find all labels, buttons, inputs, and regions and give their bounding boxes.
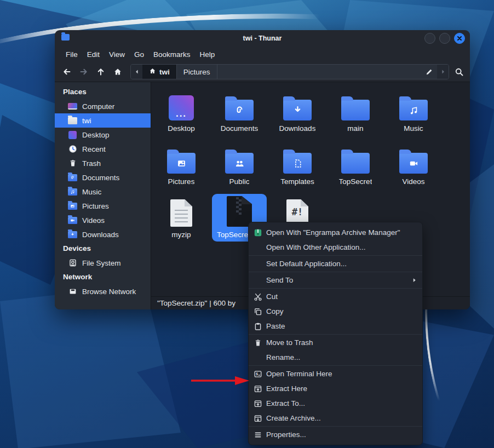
maximize-button[interactable] [439, 33, 450, 44]
menu-separator [249, 288, 422, 289]
extract-icon [253, 399, 262, 408]
path-segment-pictures[interactable]: Pictures [177, 65, 217, 79]
home-icon [149, 67, 156, 76]
menu-bookmarks[interactable]: Bookmarks [153, 50, 191, 59]
file-topsecret[interactable]: TopSecret [326, 141, 384, 194]
folder-icon [341, 88, 370, 120]
file-label: Public [229, 177, 250, 186]
desktop-icon [169, 88, 194, 120]
sidebar-section-network: Network [55, 270, 151, 284]
file-pictures[interactable]: Pictures [152, 141, 210, 194]
svg-text:$: $ [256, 371, 258, 376]
sidebar-item-desktop[interactable]: Desktop [55, 128, 151, 142]
menu-help[interactable]: Help [200, 50, 215, 59]
file-label: Templates [280, 177, 314, 186]
menu-item-copy[interactable]: Copy [249, 304, 422, 319]
copy-icon [253, 307, 262, 316]
menu-item-properties[interactable]: Properties... [249, 427, 422, 442]
sidebar-item-twi[interactable]: twi [55, 113, 151, 128]
folder-public-icon [225, 141, 254, 174]
folder-music-icon [399, 88, 428, 120]
annotation-arrow [189, 375, 250, 388]
network-icon [68, 287, 77, 296]
menu-item-send-to[interactable]: Send To [249, 273, 422, 288]
desktop-mini-icon [68, 130, 77, 140]
no-icon [253, 353, 262, 362]
menu-separator [249, 272, 422, 272]
clock-icon [68, 145, 77, 154]
no-icon [253, 259, 262, 268]
file-documents[interactable]: Documents [210, 88, 268, 141]
folder-templates-icon [283, 141, 312, 174]
up-button[interactable] [93, 64, 108, 79]
menubar: FileEditViewGoBookmarksHelp [55, 47, 470, 62]
path-scroll-left-button[interactable] [131, 65, 142, 79]
toolbar: twiPictures [55, 62, 470, 82]
sidebar-item-pictures[interactable]: Pictures [55, 199, 151, 213]
paste-icon [253, 321, 262, 331]
trash-icon [68, 159, 77, 168]
file-label: Pictures [168, 177, 195, 186]
home-button[interactable] [110, 64, 125, 79]
file-myzip[interactable]: myzip [152, 194, 210, 247]
menu-separator [249, 426, 422, 427]
file-main[interactable]: main [326, 88, 384, 141]
sidebar-item-downloads[interactable]: Downloads [55, 227, 151, 242]
minimize-button[interactable] [424, 33, 435, 44]
search-button[interactable] [451, 64, 467, 79]
file-templates[interactable]: Templates [268, 141, 326, 194]
menu-item-cut[interactable]: Cut [249, 289, 422, 304]
menu-go[interactable]: Go [134, 50, 144, 59]
path-bar: twiPictures [130, 64, 449, 79]
file-videos[interactable]: Videos [384, 141, 443, 194]
menu-file[interactable]: File [66, 50, 78, 59]
folder-downloads-icon [68, 230, 77, 239]
menu-item-open-with-engrampa-archive-manager[interactable]: Open With "Engrampa Archive Manager" [249, 225, 422, 240]
file-desktop[interactable]: Desktop [152, 88, 210, 141]
file-downloads[interactable]: Downloads [268, 88, 326, 141]
terminal-icon: $ [253, 369, 262, 378]
folder-videos-icon [399, 141, 428, 174]
sidebar-section-devices: Devices [55, 242, 151, 256]
sidebar-item-computer[interactable]: Computer [55, 99, 151, 113]
archive-icon [253, 413, 262, 423]
folder-pictures-icon [167, 141, 196, 174]
sidebar-item-browse-network[interactable]: Browse Network [55, 284, 151, 298]
menu-view[interactable]: View [109, 50, 125, 59]
menu-item-rename[interactable]: Rename... [249, 350, 422, 365]
sidebar-item-file-system[interactable]: File System [55, 256, 151, 270]
file-label: Videos [402, 177, 424, 186]
forward-button[interactable] [76, 64, 91, 79]
window-controls [424, 33, 465, 44]
folder-icon [341, 141, 370, 174]
sidebar-item-documents[interactable]: Documents [55, 170, 151, 185]
menu-item-open-terminal-here[interactable]: $Open Terminal Here [249, 366, 422, 381]
path-entry-area[interactable] [217, 65, 421, 79]
path-scroll-right-button[interactable] [437, 65, 449, 79]
edit-path-button[interactable] [421, 65, 437, 79]
menu-item-create-archive[interactable]: Create Archive... [249, 411, 422, 426]
sidebar-item-videos[interactable]: Videos [55, 213, 151, 227]
path-segment-twi[interactable]: twi [142, 65, 177, 79]
menu-item-open-with-other-application[interactable]: Open With Other Application... [249, 240, 422, 255]
sidebar-item-music[interactable]: Music [55, 185, 151, 199]
close-button[interactable] [454, 33, 465, 44]
computer-icon [68, 102, 77, 111]
menu-item-move-to-trash[interactable]: Move to Trash [249, 335, 422, 350]
menu-item-set-default-application[interactable]: Set Default Application... [249, 256, 422, 271]
sidebar-item-recent[interactable]: Recent [55, 142, 151, 156]
menu-separator [249, 365, 422, 366]
menu-edit[interactable]: Edit [87, 50, 100, 59]
no-icon [253, 243, 262, 252]
file-public[interactable]: Public [210, 141, 268, 194]
file-music[interactable]: Music [384, 88, 443, 141]
window-title: twi - Thunar [55, 30, 470, 47]
menu-item-paste[interactable]: Paste [249, 319, 422, 334]
back-button[interactable] [59, 64, 74, 79]
sidebar-item-trash[interactable]: Trash [55, 156, 151, 170]
menu-item-extract-to[interactable]: Extract To... [249, 396, 422, 411]
titlebar[interactable]: twi - Thunar [55, 30, 470, 47]
trash-icon [253, 338, 262, 347]
menu-item-extract-here[interactable]: Extract Here [249, 381, 422, 396]
file-zip-icon [227, 194, 252, 227]
